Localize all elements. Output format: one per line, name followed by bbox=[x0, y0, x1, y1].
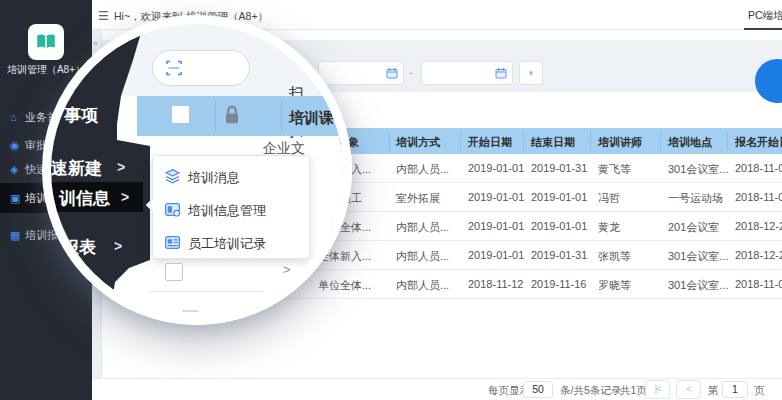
cell-signup: 2018-11-01 bbox=[735, 162, 782, 174]
cell-teacher: 罗晓等 bbox=[598, 278, 631, 293]
submenu-item-label: 培训信息管理 bbox=[188, 202, 266, 220]
col-place[interactable]: 培训地点 bbox=[668, 135, 712, 150]
col-end[interactable]: 结束日期 bbox=[531, 135, 575, 150]
training-info-icon: ▣ bbox=[10, 192, 25, 205]
cell-place: 一号运动场 bbox=[668, 191, 723, 206]
book-icon bbox=[35, 31, 57, 53]
cell-start: 2019-01-01 bbox=[468, 249, 524, 261]
submenu-item-label: 员工培训记录 bbox=[188, 235, 266, 253]
welcome-text: Hi~，欢迎来到-培训管理（A8+） bbox=[114, 10, 268, 24]
collapse-icon[interactable]: « bbox=[93, 38, 98, 48]
cell-end: 2019-01-31 bbox=[531, 162, 587, 174]
cell-place: 201会议室 bbox=[668, 220, 719, 235]
lens-row-dash bbox=[182, 310, 198, 312]
sidebar-item-label: 培训报表 bbox=[25, 228, 69, 243]
submenu-item-label: 培训消息 bbox=[188, 169, 240, 187]
cell-place: 301会议室... bbox=[668, 249, 729, 264]
per-page-input[interactable]: 50 bbox=[523, 381, 553, 398]
lens-col-course: 培训课 bbox=[289, 109, 334, 128]
chevron-right-icon: > bbox=[114, 238, 122, 254]
cell-target: 单位全体... bbox=[318, 278, 371, 293]
lens-sidebar-label: 速新建 bbox=[51, 157, 102, 180]
filter-dropdown-button[interactable]: ▾ bbox=[519, 61, 543, 85]
magnifier-lens: 事项 速新建 > 训信息 > 报表 > 扫一扫 培训课 企业文 bbox=[51, 24, 343, 316]
cell-method: 内部人员... bbox=[396, 162, 449, 177]
cell-teacher: 冯哲 bbox=[598, 191, 620, 206]
col-method[interactable]: 培训方式 bbox=[396, 135, 440, 150]
training-report-icon: ▦ bbox=[10, 229, 25, 242]
records-label: 条/共5条记录 bbox=[560, 384, 621, 398]
cell-method: 内部人员... bbox=[396, 249, 449, 264]
cell-method: 内部人员... bbox=[396, 278, 449, 293]
lens-sidebar-label: 事项 bbox=[64, 104, 98, 127]
cell-teacher: 张凯等 bbox=[598, 249, 631, 264]
date-start-input[interactable] bbox=[318, 61, 404, 85]
approval-icon: ◉ bbox=[10, 139, 25, 152]
training-submenu: 培训消息 培训信息管理 bbox=[152, 155, 310, 259]
lens-sidebar-label-active: 训信息 bbox=[59, 187, 110, 210]
calendar-icon bbox=[386, 67, 398, 79]
scan-icon bbox=[166, 60, 182, 76]
app-window: 培训管理（A8+） ⌂ 业务首页 ◉ 审批事项 ◈ 快速新建 ▣ 培训信息 ▦ … bbox=[0, 0, 782, 400]
prev-page-button[interactable]: < bbox=[676, 380, 701, 399]
date-range-separator: - bbox=[409, 66, 413, 78]
lock-icon bbox=[223, 104, 241, 126]
page-jump-input[interactable]: 1 bbox=[722, 381, 748, 398]
cell-end: 2019-01-01 bbox=[531, 191, 587, 203]
total-pages-label: 共1页 bbox=[620, 384, 647, 398]
submenu-item-employee-records[interactable]: 员工培训记录 bbox=[153, 230, 309, 258]
col-start[interactable]: 开始日期 bbox=[468, 135, 512, 150]
col-teacher[interactable]: 培训讲师 bbox=[598, 135, 642, 150]
cell-start: 2019-01-01 bbox=[468, 191, 524, 203]
date-end-input[interactable] bbox=[421, 61, 513, 85]
app-logo[interactable] bbox=[28, 24, 64, 60]
hamburger-menu-icon[interactable]: ☰ bbox=[98, 9, 109, 23]
app-title: 培训管理（A8+） bbox=[0, 63, 92, 77]
cell-end: 2019-01-01 bbox=[531, 220, 587, 232]
cell-signup: 2018-11-01 bbox=[735, 278, 782, 290]
cell-signup: 2018-11-01 bbox=[735, 191, 782, 203]
scan-button[interactable]: 扫一扫 bbox=[152, 50, 250, 86]
col-signup[interactable]: 报名开始日期 bbox=[735, 135, 782, 150]
cell-signup: 2018-12-25 bbox=[735, 249, 782, 261]
cell-start: 2019-01-01 bbox=[468, 162, 524, 174]
cell-target: 全体新入... bbox=[318, 249, 371, 264]
page-suffix-label: 页 bbox=[754, 384, 765, 398]
page-jump-label: 第 bbox=[708, 384, 719, 398]
home-icon: ⌂ bbox=[10, 111, 25, 123]
cell-start: 2019-01-01 bbox=[468, 220, 524, 232]
first-page-button[interactable]: |< bbox=[645, 380, 670, 399]
cell-place: 301会议室... bbox=[668, 162, 729, 177]
submenu-item-training-info-mgmt[interactable]: 培训信息管理 bbox=[153, 197, 309, 225]
chevron-right-icon: > bbox=[117, 159, 125, 175]
chevron-right-icon: > bbox=[283, 262, 291, 277]
cell-place: 301会议室... bbox=[668, 278, 729, 293]
lens-row-checkbox[interactable] bbox=[165, 263, 183, 281]
cell-start: 2018-11-12 bbox=[468, 278, 523, 290]
info-card-icon bbox=[164, 201, 188, 222]
cell-method: 内部人员... bbox=[396, 220, 449, 235]
calendar-icon bbox=[495, 67, 507, 79]
tab-pc-training[interactable]: PC端培训 bbox=[748, 9, 782, 23]
cell-teacher: 黄龙 bbox=[598, 220, 620, 235]
chevron-down-icon: ▾ bbox=[529, 68, 534, 78]
quick-create-icon: ◈ bbox=[10, 163, 25, 176]
lens-row-divider bbox=[150, 291, 262, 292]
layers-icon bbox=[164, 168, 188, 189]
lens-select-all-checkbox[interactable] bbox=[171, 105, 190, 124]
record-card-icon bbox=[164, 234, 188, 255]
cell-method: 室外拓展 bbox=[396, 191, 440, 206]
cell-signup: 2018-12-23 bbox=[735, 220, 782, 232]
chevron-right-icon: > bbox=[121, 189, 129, 205]
cell-end: 2019-01-31 bbox=[531, 249, 587, 261]
cell-end: 2019-11-16 bbox=[531, 278, 586, 290]
submenu-item-training-news[interactable]: 培训消息 bbox=[153, 164, 309, 192]
cell-teacher: 黄飞等 bbox=[598, 162, 631, 177]
